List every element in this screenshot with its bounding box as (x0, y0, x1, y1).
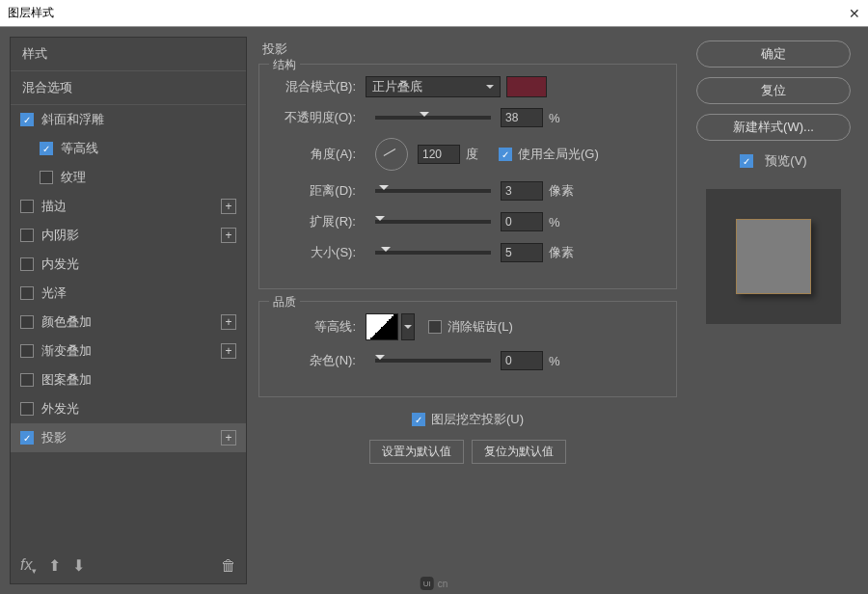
style-checkbox[interactable] (20, 257, 34, 271)
style-item[interactable]: 内阴影+ (11, 221, 246, 250)
style-label: 投影 (41, 429, 67, 446)
style-item[interactable]: 外发光 (11, 394, 246, 423)
angle-label: 角度(A): (273, 146, 356, 163)
distance-input[interactable]: 3 (501, 181, 543, 201)
noise-slider[interactable] (375, 359, 491, 363)
styles-header[interactable]: 样式 (11, 38, 246, 71)
style-label: 外发光 (41, 400, 79, 418)
distance-unit: 像素 (549, 182, 582, 200)
style-label: 纹理 (61, 169, 86, 186)
opacity-input[interactable]: 38 (501, 108, 543, 127)
preview-checkbox[interactable] (740, 154, 753, 168)
size-label: 大小(S): (273, 244, 356, 261)
style-checkbox[interactable] (20, 344, 34, 358)
style-item[interactable]: 纹理 (11, 163, 246, 192)
contour-label: 等高线: (273, 318, 356, 336)
style-checkbox[interactable] (40, 142, 53, 155)
action-panel: 确定 复位 新建样式(W)... 预览(V) (689, 37, 858, 584)
noise-input[interactable]: 0 (501, 351, 543, 370)
arrow-up-icon[interactable]: ⬆ (48, 556, 61, 575)
ok-button[interactable]: 确定 (696, 40, 851, 68)
make-default-button[interactable]: 设置为默认值 (369, 440, 464, 464)
add-effect-icon[interactable]: + (221, 228, 236, 243)
size-slider[interactable] (375, 251, 491, 255)
style-item[interactable]: 图案叠加 (11, 365, 246, 394)
style-item[interactable]: 投影+ (11, 423, 246, 452)
style-checkbox[interactable] (20, 431, 34, 445)
spread-slider[interactable] (375, 220, 491, 224)
style-item[interactable]: 光泽 (11, 279, 246, 308)
new-style-button[interactable]: 新建样式(W)... (696, 114, 851, 141)
add-effect-icon[interactable]: + (221, 199, 236, 214)
style-item[interactable]: 颜色叠加+ (11, 308, 246, 337)
style-item[interactable]: 等高线 (11, 134, 246, 163)
blend-options-header[interactable]: 混合选项 (11, 71, 246, 105)
watermark: UIcn (420, 577, 448, 590)
preview-box (706, 189, 841, 324)
angle-dial[interactable] (375, 138, 408, 171)
antialias-checkbox[interactable] (428, 320, 442, 334)
add-effect-icon[interactable]: + (221, 430, 236, 446)
add-effect-icon[interactable]: + (221, 343, 236, 359)
noise-unit: % (549, 354, 582, 368)
style-label: 颜色叠加 (41, 313, 92, 331)
add-effect-icon[interactable]: + (221, 314, 236, 330)
cancel-button[interactable]: 复位 (696, 77, 851, 104)
contour-swatch[interactable] (366, 313, 398, 340)
style-checkbox[interactable] (20, 200, 34, 213)
structure-group: 结构 混合模式(B): 正片叠底 不透明度(O): 38 % 角度(A): 12… (258, 64, 677, 289)
preview-label: 预览(V) (765, 152, 806, 170)
knockout-checkbox[interactable] (412, 413, 425, 426)
size-input[interactable]: 5 (501, 243, 543, 262)
global-light-label: 使用全局光(G) (518, 146, 599, 163)
style-label: 内发光 (41, 256, 79, 273)
window-title: 图层样式 (8, 5, 54, 21)
fx-icon[interactable]: fx▾ (20, 556, 37, 576)
opacity-label: 不透明度(O): (273, 109, 356, 126)
knockout-label: 图层挖空投影(U) (431, 411, 524, 428)
contour-dropdown[interactable] (401, 313, 415, 340)
styles-footer: fx▾ ⬆ ⬇ 🗑 (11, 549, 246, 583)
style-checkbox[interactable] (20, 402, 34, 416)
trash-icon[interactable]: 🗑 (221, 557, 236, 575)
styles-panel: 样式 混合选项 斜面和浮雕等高线纹理描边+内阴影+内发光光泽颜色叠加+渐变叠加+… (10, 37, 247, 584)
style-checkbox[interactable] (20, 286, 34, 300)
size-unit: 像素 (549, 244, 582, 261)
panel-title: 投影 (258, 37, 677, 64)
style-checkbox[interactable] (40, 171, 53, 184)
style-label: 描边 (41, 198, 67, 215)
style-label: 图案叠加 (41, 371, 92, 389)
close-icon[interactable]: ✕ (849, 6, 860, 21)
distance-label: 距离(D): (273, 182, 356, 200)
structure-legend: 结构 (269, 57, 300, 73)
shadow-color-swatch[interactable] (506, 76, 547, 97)
reset-default-button[interactable]: 复位为默认值 (472, 440, 566, 464)
style-item[interactable]: 内发光 (11, 250, 246, 279)
opacity-slider[interactable] (375, 116, 491, 120)
style-checkbox[interactable] (20, 113, 34, 126)
style-checkbox[interactable] (20, 373, 34, 387)
blend-mode-select[interactable]: 正片叠底 (366, 76, 501, 97)
style-item[interactable]: 渐变叠加+ (11, 337, 246, 365)
style-label: 渐变叠加 (41, 342, 92, 360)
style-item[interactable]: 斜面和浮雕 (11, 105, 246, 134)
antialias-label: 消除锯齿(L) (448, 318, 513, 336)
noise-label: 杂色(N): (273, 352, 356, 369)
blend-mode-label: 混合模式(B): (273, 78, 356, 95)
spread-input[interactable]: 0 (501, 212, 543, 231)
arrow-down-icon[interactable]: ⬇ (72, 556, 85, 575)
settings-panel: 投影 结构 混合模式(B): 正片叠底 不透明度(O): 38 % 角度(A):… (258, 37, 677, 584)
spread-label: 扩展(R): (273, 213, 356, 230)
style-item[interactable]: 描边+ (11, 192, 246, 221)
quality-legend: 品质 (269, 294, 300, 310)
quality-group: 品质 等高线: 消除锯齿(L) 杂色(N): 0 % (258, 301, 677, 397)
preview-swatch (736, 219, 811, 294)
global-light-checkbox[interactable] (499, 148, 512, 161)
main-area: 样式 混合选项 斜面和浮雕等高线纹理描边+内阴影+内发光光泽颜色叠加+渐变叠加+… (0, 27, 868, 594)
style-checkbox[interactable] (20, 315, 34, 329)
distance-slider[interactable] (375, 189, 491, 193)
angle-input[interactable]: 120 (418, 145, 460, 164)
style-label: 斜面和浮雕 (41, 111, 104, 128)
style-label: 内阴影 (41, 227, 79, 244)
style-checkbox[interactable] (20, 229, 34, 242)
